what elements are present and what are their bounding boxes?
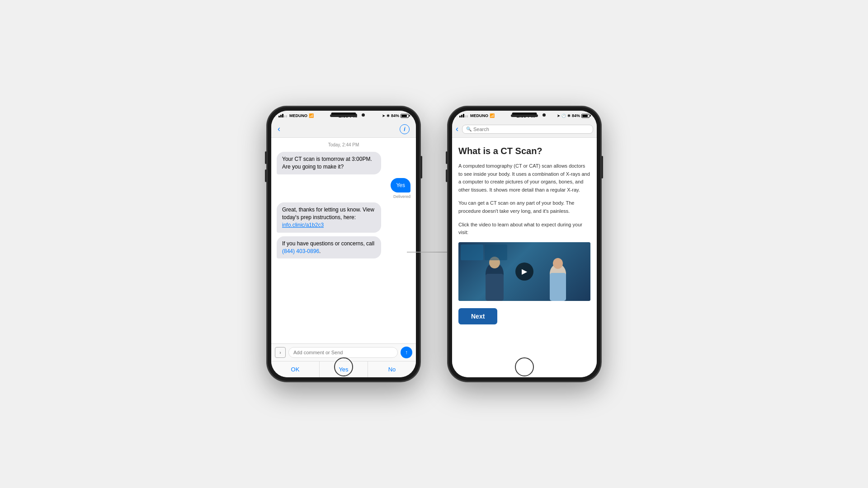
video-thumbnail[interactable]: ▶ bbox=[458, 242, 590, 301]
message-input[interactable] bbox=[288, 347, 398, 358]
video-overlay: ▶ bbox=[458, 242, 590, 301]
message-text-4a: If you have questions or concerns, call bbox=[282, 240, 374, 247]
battery-icon-2 bbox=[581, 114, 590, 118]
quick-reply-no-label: No bbox=[388, 366, 396, 373]
period: . bbox=[319, 248, 321, 254]
volume-up-button[interactable] bbox=[265, 151, 267, 164]
message-bubble-1: Your CT scan is tomorrow at 3:00PM. Are … bbox=[277, 152, 381, 174]
status-right-1: ➤ ✻ 84% bbox=[382, 113, 409, 118]
article-para-3: Click the video to learn about what to e… bbox=[458, 221, 590, 237]
send-button[interactable]: ↑ bbox=[401, 347, 412, 358]
phone-2-screen: MEDUNO 📶 1:35 PM ➤ 🕐 ✻ 84% ‹ bbox=[452, 111, 597, 377]
phone-1: MEDUNO 📶 1:35 PM ➤ ✻ 84% ‹ i bbox=[267, 106, 420, 382]
wifi-icon-1: 📶 bbox=[309, 113, 314, 118]
article-title: What is a CT Scan? bbox=[458, 145, 590, 157]
search-bar[interactable]: 🔍 bbox=[462, 125, 593, 134]
quick-reply-ok[interactable]: OK bbox=[271, 361, 320, 377]
wifi-icon-2: 📶 bbox=[490, 113, 495, 118]
battery-fill-1 bbox=[401, 115, 407, 117]
delivered-label: Delivered bbox=[393, 194, 410, 199]
bluetooth-icon-2: ✻ bbox=[567, 114, 571, 118]
signal-icon bbox=[278, 114, 287, 117]
message-text-2: Yes bbox=[396, 182, 405, 188]
article-para-2: You can get a CT scan on any part of you… bbox=[458, 199, 590, 215]
expand-icon[interactable]: › bbox=[275, 347, 286, 358]
volume-down-button[interactable] bbox=[265, 169, 267, 182]
message-bubble-3: Great, thanks for letting us know. View … bbox=[277, 202, 381, 232]
battery-percent-1: 84% bbox=[391, 113, 399, 118]
battery-fill-2 bbox=[582, 115, 588, 117]
phone-1-speaker bbox=[331, 113, 356, 115]
chevron-right-icon: › bbox=[279, 350, 281, 355]
message-bubble-2-outgoing: Yes bbox=[391, 178, 410, 193]
back-button-2[interactable]: ‹ bbox=[456, 124, 458, 134]
phone2-power[interactable] bbox=[601, 156, 603, 178]
status-right-2: ➤ 🕐 ✻ 84% bbox=[557, 113, 590, 118]
quick-reply-no[interactable]: No bbox=[368, 361, 416, 377]
phone-2-camera bbox=[542, 113, 546, 117]
messages-nav-bar: ‹ i bbox=[271, 121, 416, 138]
article-content[interactable]: What is a CT Scan? A computed tomography… bbox=[452, 138, 597, 377]
battery-percent-2: 84% bbox=[572, 113, 580, 118]
message-bubble-4: If you have questions or concerns, call … bbox=[277, 236, 381, 259]
message-text-3a: Great, thanks for letting us know. View … bbox=[282, 206, 374, 221]
send-icon: ↑ bbox=[405, 349, 408, 356]
carrier-label-1: MEDUNO bbox=[289, 113, 307, 118]
status-left-1: MEDUNO 📶 bbox=[278, 113, 314, 118]
search-icon: 🔍 bbox=[466, 127, 472, 131]
phone-number-link[interactable]: (844) 403-0896 bbox=[282, 248, 319, 254]
message-text-1: Your CT scan is tomorrow at 3:00PM. Are … bbox=[282, 156, 372, 170]
status-left-2: MEDUNO 📶 bbox=[459, 113, 495, 118]
info-button-1[interactable]: i bbox=[400, 124, 410, 134]
play-button[interactable]: ▶ bbox=[515, 263, 533, 281]
message-timestamp: Today, 2:44 PM bbox=[277, 142, 410, 147]
phone-2: MEDUNO 📶 1:35 PM ➤ 🕐 ✻ 84% ‹ bbox=[448, 106, 601, 382]
carrier-label-2: MEDUNO bbox=[470, 113, 488, 118]
home-button-1[interactable] bbox=[334, 357, 353, 376]
clock-icon-2: 🕐 bbox=[561, 114, 566, 118]
power-button[interactable] bbox=[420, 156, 422, 178]
back-button-1[interactable]: ‹ bbox=[278, 124, 280, 134]
location-icon-2: ➤ bbox=[557, 114, 560, 118]
battery-icon-1 bbox=[401, 114, 409, 118]
next-button[interactable]: Next bbox=[458, 308, 497, 324]
home-button-2[interactable] bbox=[515, 357, 534, 376]
search-input[interactable] bbox=[473, 127, 589, 132]
prep-instructions-link[interactable]: info.clinic/a1b2c3 bbox=[282, 222, 324, 228]
messages-area[interactable]: Today, 2:44 PM Your CT scan is tomorrow … bbox=[271, 138, 416, 343]
article-nav-bar: ‹ 🔍 bbox=[452, 121, 597, 138]
quick-reply-ok-label: OK bbox=[291, 366, 300, 373]
phone-2-speaker bbox=[512, 113, 537, 115]
location-icon-1: ➤ bbox=[382, 114, 385, 118]
signal-icon-2 bbox=[459, 114, 468, 117]
phone2-volume-down[interactable] bbox=[446, 169, 448, 182]
play-icon: ▶ bbox=[522, 267, 527, 276]
phone2-volume-up[interactable] bbox=[446, 151, 448, 164]
info-icon: i bbox=[404, 126, 405, 132]
article-para-1: A computed tomography (CT or CAT) scan a… bbox=[458, 162, 590, 194]
phone-1-screen: MEDUNO 📶 1:35 PM ➤ ✻ 84% ‹ i bbox=[271, 111, 416, 377]
bluetooth-icon-1: ✻ bbox=[387, 114, 390, 118]
phone-1-camera bbox=[362, 113, 365, 117]
